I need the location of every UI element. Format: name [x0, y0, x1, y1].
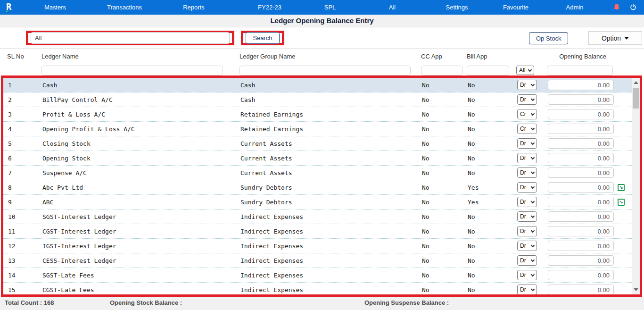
drcr-select[interactable]: Dr [517, 255, 537, 266]
cell-ledger-group: Current Assets [236, 155, 417, 162]
app-logo[interactable]: R [6, 1, 20, 13]
total-count-label: Total Count : 168 [5, 299, 54, 306]
cell-sl-no: 13 [3, 257, 38, 264]
cell-bill-app: No [463, 82, 512, 89]
filter-drcr-select[interactable]: All [516, 66, 534, 75]
opening-balance-input[interactable] [548, 197, 614, 207]
cell-ledger-group: Current Assets [236, 169, 417, 176]
table-row[interactable]: 4 Opening Profit & Loss A/C Retained Ear… [3, 122, 632, 136]
table-row[interactable]: 9 ABC Sundry Debtors No Yes Dr ↘ [3, 195, 632, 209]
cell-ledger-group: Current Assets [236, 140, 417, 147]
opening-balance-input[interactable] [548, 94, 614, 105]
table-row[interactable]: 11 CGST-Interest Ledger Indirect Expense… [3, 224, 632, 239]
drcr-select[interactable]: Dr [517, 168, 537, 178]
drcr-select[interactable]: Dr [517, 94, 537, 105]
table-row[interactable]: 7 Suspense A/C Current Assets No No Dr ↘ [3, 166, 632, 180]
cell-cc-app: No [417, 257, 463, 264]
opening-balance-input[interactable] [548, 138, 614, 149]
power-logout-icon[interactable] [630, 4, 637, 13]
drcr-value: Dr [520, 155, 526, 161]
drcr-select[interactable]: Cr [517, 124, 537, 134]
table-row[interactable]: 5 Closing Stock Current Assets No No Dr … [3, 136, 632, 151]
table-row[interactable]: 2 BillPay Control A/C Cash No No Dr ↘ [3, 92, 632, 107]
cell-bill-app: No [463, 228, 512, 235]
drcr-select[interactable]: Cr [517, 109, 537, 119]
nav-item-all[interactable]: All [389, 0, 396, 15]
cell-sl-no: 14 [3, 272, 38, 279]
drcr-select[interactable]: Dr [517, 182, 537, 193]
drcr-select[interactable]: Dr [517, 80, 537, 90]
header-ledger-name: Ledger Name [37, 53, 235, 60]
filter-bill-app-input[interactable] [467, 66, 509, 75]
nav-item-spl[interactable]: SPL [324, 0, 336, 15]
option-dropdown-button[interactable]: Option [588, 31, 642, 45]
drcr-value: Cr [520, 111, 526, 117]
filter-opening-balance-input[interactable] [547, 66, 613, 75]
page-title: Ledger Opening Balance Entry [270, 17, 373, 25]
table-row[interactable]: 3 Profit & Loss A/C Retained Earnings No… [3, 107, 632, 122]
drcr-value: Dr [520, 272, 526, 278]
opening-balance-input[interactable] [548, 124, 614, 134]
filter-ledger-name-input[interactable] [41, 66, 223, 75]
table-row[interactable]: 1 Cash Cash No No Dr ↘ [3, 78, 632, 92]
nav-item-transactions[interactable]: Transactions [107, 0, 142, 15]
opening-balance-input[interactable] [548, 182, 614, 193]
drcr-select[interactable]: Dr [517, 241, 537, 251]
drcr-select[interactable]: Dr [517, 138, 537, 149]
cell-cc-app: No [417, 199, 463, 206]
cell-cc-app: No [417, 272, 463, 279]
scroll-down-icon[interactable] [634, 288, 638, 291]
filter-ledger-group-input[interactable] [239, 66, 411, 75]
table-row[interactable]: 10 SGST-Interest Ledger Indirect Expense… [3, 209, 632, 224]
opening-balance-input[interactable] [548, 211, 614, 222]
scroll-up-icon[interactable] [634, 81, 638, 84]
cell-bill-app: No [463, 169, 512, 176]
drcr-select[interactable]: Dr [517, 226, 537, 236]
opening-balance-input[interactable] [548, 270, 614, 280]
cell-ledger-group: Cash [236, 82, 417, 89]
ledger-search-input[interactable] [31, 32, 230, 44]
table-row[interactable]: 15 CGST-Late Fees Indirect Expenses No N… [3, 283, 632, 297]
nav-item-admin[interactable]: Admin [566, 0, 584, 15]
cell-bill-app: No [463, 243, 512, 250]
opening-balance-input[interactable] [548, 153, 614, 163]
cell-ledger-group: Cash [236, 96, 417, 103]
nav-item-settings[interactable]: Settings [446, 0, 468, 15]
opening-balance-input[interactable] [548, 241, 614, 251]
nav-item-reports[interactable]: Reports [183, 0, 205, 15]
table-row[interactable]: 8 Abc Pvt Ltd Sundry Debtors No Yes Dr ↘ [3, 180, 632, 195]
drcr-select[interactable]: Dr [517, 153, 537, 163]
title-bar: Ledger Opening Balance Entry [0, 15, 644, 27]
opening-balance-input[interactable] [548, 80, 614, 90]
op-stock-button[interactable]: Op Stock [529, 32, 568, 44]
nav-item-favourite[interactable]: Favourite [503, 0, 528, 15]
export-icon[interactable]: ↘ [618, 184, 625, 191]
cell-cc-app: No [417, 169, 463, 176]
vertical-scrollbar[interactable] [632, 78, 640, 294]
cell-ledger-group: Indirect Expenses [236, 243, 417, 250]
opening-balance-input[interactable] [548, 285, 614, 295]
notification-bell-icon[interactable] [613, 3, 621, 13]
drcr-select[interactable]: Dr [517, 285, 537, 295]
table-row[interactable]: 6 Opening Stock Current Assets No No Dr … [3, 151, 632, 166]
cell-bill-app: No [463, 140, 512, 147]
drcr-select[interactable]: Dr [517, 270, 537, 280]
opening-balance-input[interactable] [548, 109, 614, 119]
opening-balance-input[interactable] [548, 168, 614, 178]
filter-cc-app-input[interactable] [421, 66, 462, 75]
drcr-select[interactable]: Dr [517, 197, 537, 207]
opening-balance-input[interactable] [548, 255, 614, 266]
table-row[interactable]: 12 IGST-Interest Ledger Indirect Expense… [3, 239, 632, 253]
cell-cc-app: No [417, 228, 463, 235]
cell-ledger-group: Retained Earnings [236, 126, 417, 133]
table-row[interactable]: 14 SGST-Late Fees Indirect Expenses No N… [3, 268, 632, 283]
scrollbar-thumb[interactable] [633, 88, 639, 109]
nav-item-masters[interactable]: Masters [44, 0, 66, 15]
export-icon[interactable]: ↘ [618, 199, 625, 206]
nav-item-fy22-23[interactable]: FY22-23 [258, 0, 281, 15]
table-row[interactable]: 13 CESS-Interest Ledger Indirect Expense… [3, 253, 632, 268]
search-button[interactable]: Search [246, 32, 279, 44]
cell-ledger-name: Suspense A/C [38, 169, 236, 176]
opening-balance-input[interactable] [548, 226, 614, 236]
drcr-select[interactable]: Dr [517, 211, 537, 222]
